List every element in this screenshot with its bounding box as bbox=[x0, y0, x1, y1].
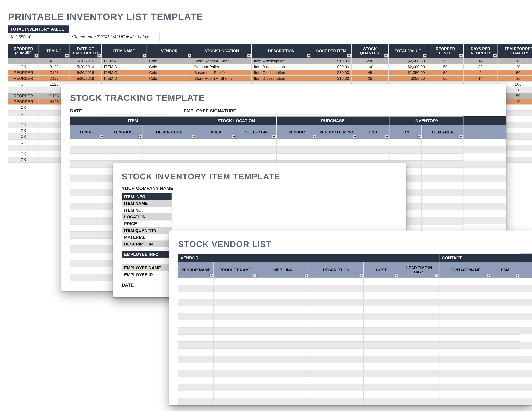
table-cell[interactable] bbox=[70, 217, 104, 224]
table-cell[interactable] bbox=[399, 335, 439, 342]
signature-input-line[interactable] bbox=[252, 108, 322, 114]
table-cell[interactable]: 100 bbox=[497, 58, 532, 64]
table-cell[interactable] bbox=[309, 370, 363, 377]
table-cell[interactable] bbox=[363, 363, 399, 370]
table-cell[interactable] bbox=[317, 146, 357, 153]
table-row[interactable] bbox=[178, 384, 532, 391]
table-row[interactable]: REORDERC1235/20/2016ITEM CColeBasement, … bbox=[8, 70, 532, 75]
table-cell[interactable] bbox=[363, 292, 399, 299]
table-cell[interactable] bbox=[70, 253, 104, 260]
table-cell[interactable] bbox=[214, 335, 257, 342]
table-row[interactable] bbox=[178, 278, 532, 285]
filter-dropdown-icon[interactable] bbox=[100, 135, 103, 139]
table-cell[interactable] bbox=[399, 363, 439, 370]
table-row[interactable]: REORDERD1235/20/2016ITEM DColeStore Room… bbox=[8, 75, 532, 81]
table-cell[interactable] bbox=[257, 391, 309, 398]
table-cell[interactable] bbox=[422, 196, 464, 203]
table-cell[interactable] bbox=[214, 327, 257, 335]
table-cell[interactable] bbox=[214, 342, 257, 349]
column-header[interactable]: EMA bbox=[491, 262, 520, 278]
filter-dropdown-icon[interactable] bbox=[139, 135, 142, 139]
table-cell[interactable] bbox=[491, 285, 520, 292]
table-row[interactable] bbox=[178, 391, 532, 398]
table-cell[interactable] bbox=[257, 327, 309, 335]
column-header[interactable]: DAYS PER REORDER bbox=[464, 44, 497, 58]
table-cell[interactable]: 100 bbox=[352, 64, 389, 70]
table-cell[interactable]: REORDER bbox=[8, 70, 39, 75]
table-cell[interactable] bbox=[178, 335, 214, 342]
table-cell[interactable] bbox=[422, 175, 464, 182]
table-cell[interactable] bbox=[309, 342, 363, 349]
table-cell[interactable] bbox=[257, 306, 309, 313]
table-row[interactable] bbox=[178, 313, 532, 320]
table-cell[interactable] bbox=[178, 285, 214, 292]
table-row[interactable] bbox=[178, 320, 532, 327]
table-cell[interactable]: OK bbox=[8, 140, 39, 145]
table-cell[interactable] bbox=[309, 356, 363, 363]
column-header[interactable]: VENDOR bbox=[147, 44, 192, 58]
filter-dropdown-icon[interactable] bbox=[313, 135, 316, 139]
table-cell[interactable] bbox=[309, 299, 363, 306]
table-cell[interactable] bbox=[399, 391, 439, 398]
table-cell[interactable]: Item D description bbox=[251, 75, 311, 81]
table-cell[interactable] bbox=[257, 342, 309, 349]
filter-dropdown-icon[interactable] bbox=[65, 54, 69, 57]
table-cell[interactable]: REORDER bbox=[8, 99, 39, 105]
column-header[interactable]: DATE OF LAST ORDER bbox=[69, 44, 102, 58]
table-cell[interactable] bbox=[70, 203, 104, 210]
filter-dropdown-icon[interactable] bbox=[353, 135, 356, 139]
table-cell[interactable] bbox=[363, 299, 399, 306]
table-cell[interactable] bbox=[439, 342, 491, 349]
table-cell[interactable] bbox=[439, 313, 491, 320]
table-row[interactable] bbox=[178, 335, 532, 342]
table-cell[interactable]: $10.00 bbox=[311, 75, 352, 81]
table-cell[interactable]: OK bbox=[8, 105, 39, 110]
date-input-line[interactable] bbox=[98, 108, 168, 114]
table-row[interactable] bbox=[178, 327, 532, 335]
table-cell[interactable] bbox=[104, 153, 143, 160]
filter-dropdown-icon[interactable] bbox=[423, 54, 427, 57]
table-cell[interactable]: OK bbox=[8, 157, 39, 163]
table-cell[interactable] bbox=[104, 146, 143, 153]
table-cell[interactable]: Item B description bbox=[251, 64, 311, 70]
table-cell[interactable] bbox=[399, 377, 439, 384]
table-cell[interactable] bbox=[214, 370, 257, 377]
table-cell[interactable]: REORDER bbox=[8, 75, 39, 81]
filter-dropdown-icon[interactable] bbox=[272, 135, 276, 139]
table-cell[interactable] bbox=[389, 153, 422, 160]
table-cell[interactable] bbox=[257, 292, 309, 299]
table-row[interactable] bbox=[178, 306, 532, 313]
table-cell[interactable] bbox=[70, 160, 104, 168]
table-cell[interactable] bbox=[196, 153, 236, 160]
table-cell[interactable] bbox=[399, 356, 439, 363]
table-cell[interactable] bbox=[178, 342, 214, 349]
table-cell[interactable] bbox=[257, 285, 309, 292]
table-cell[interactable]: $20.00 bbox=[311, 64, 352, 70]
table-cell[interactable]: 50 bbox=[427, 70, 464, 75]
table-row[interactable] bbox=[178, 349, 532, 356]
table-row[interactable] bbox=[178, 377, 532, 384]
table-cell[interactable]: 5/20/2016 bbox=[69, 70, 102, 75]
table-cell[interactable] bbox=[422, 182, 464, 189]
table-row[interactable]: OKB1235/20/2016ITEM BColeOutdoor PalletI… bbox=[8, 64, 532, 70]
table-cell[interactable]: 50 bbox=[427, 58, 464, 64]
table-cell[interactable] bbox=[309, 313, 363, 320]
table-cell[interactable] bbox=[178, 278, 214, 285]
column-header[interactable]: ITEM NAME bbox=[102, 44, 147, 58]
table-cell[interactable] bbox=[309, 384, 363, 391]
table-cell[interactable] bbox=[70, 239, 104, 246]
table-cell[interactable] bbox=[439, 363, 491, 370]
table-cell[interactable]: OK bbox=[8, 145, 39, 151]
table-cell[interactable] bbox=[309, 335, 363, 342]
table-cell[interactable]: REORDER bbox=[8, 93, 39, 99]
table-cell[interactable]: Cole bbox=[147, 58, 192, 64]
table-cell[interactable] bbox=[317, 139, 357, 146]
table-cell[interactable] bbox=[276, 146, 317, 153]
table-cell[interactable] bbox=[491, 313, 520, 320]
table-cell[interactable]: $2,000.00 bbox=[389, 58, 427, 64]
table-cell[interactable] bbox=[363, 313, 399, 320]
table-cell[interactable]: 30 bbox=[464, 64, 497, 70]
table-cell[interactable] bbox=[178, 349, 214, 356]
filter-dropdown-icon[interactable] bbox=[487, 273, 490, 277]
table-cell[interactable] bbox=[422, 189, 464, 196]
